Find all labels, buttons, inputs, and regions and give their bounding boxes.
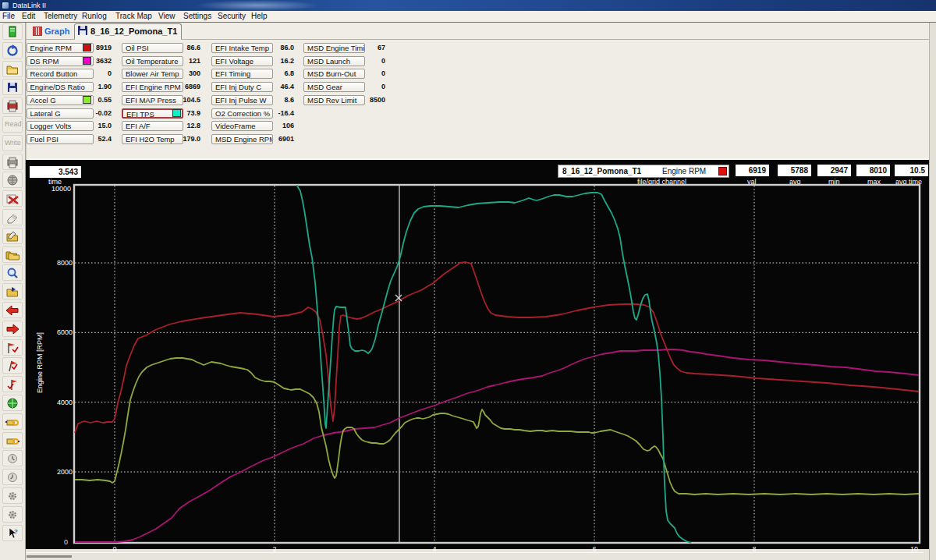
svg-text:?: ? bbox=[14, 528, 18, 535]
